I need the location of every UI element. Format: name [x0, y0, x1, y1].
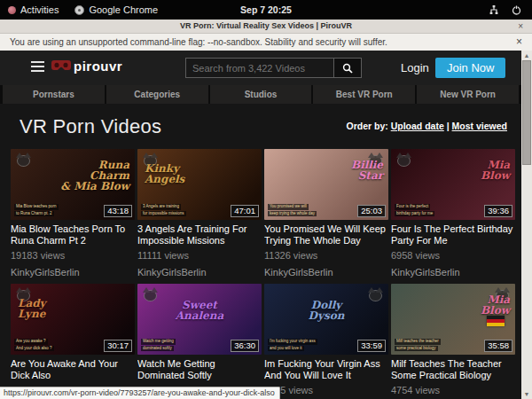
duration-badge: 30:17: [104, 340, 132, 352]
chrome-app-label: Google Chrome: [89, 4, 158, 15]
tab-title[interactable]: VR Porn: Virtual Reality Sex Videos | Pi…: [0, 20, 532, 33]
activities-dot-icon: [8, 6, 16, 14]
video-thumbnail[interactable]: DollyDyson I'm fucking your virgin assan…: [264, 284, 388, 355]
video-title-link[interactable]: Four Is The Perfect Birthday Party For M…: [391, 223, 515, 246]
duration-badge: 33:59: [357, 340, 386, 352]
scrollbar-up-arrow[interactable]: ▲: [521, 51, 532, 60]
nav-item[interactable]: Categories: [106, 85, 208, 104]
thumbnail-overlay-text: DollyDyson: [264, 300, 388, 321]
duration-badge: 43:18: [104, 205, 132, 217]
video-title-link[interactable]: Milf Teaches The Teacher Some Practical …: [391, 358, 515, 381]
video-title-link[interactable]: You Promised We Will Keep Trying The Who…: [264, 223, 388, 246]
video-thumbnail[interactable]: BillieStar You promised we willkeep tryi…: [264, 149, 388, 220]
video-thumbnail[interactable]: KinkyAngels 3 Angels are trainingfor imp…: [137, 149, 262, 220]
system-top-bar: Activities Google Chrome Sep 7 20:25: [0, 0, 532, 20]
video-views: 4795 views: [264, 385, 388, 395]
power-icon[interactable]: [512, 5, 521, 15]
menu-hamburger-icon[interactable]: [31, 61, 44, 74]
thumbnail-caption: I'm fucking your virgin assand you will …: [268, 338, 317, 351]
video-card[interactable]: BillieStar You promised we willkeep tryi…: [264, 149, 388, 278]
video-card[interactable]: MiaBlow Milf teaches the teachersome pra…: [391, 284, 515, 395]
thumbnail-caption: Are you awake ?And your dick also ?: [14, 338, 54, 351]
status-bar-url: https://pirouvr.com/vr-porn-video/779325…: [0, 387, 280, 399]
clock[interactable]: Sep 7 20:25: [240, 0, 292, 20]
page-title: VR Porn Videos: [20, 115, 161, 138]
video-card[interactable]: KinkyAngels 3 Angels are trainingfor imp…: [137, 149, 262, 278]
thumbnail-caption: Watch me gettingdominated softly: [141, 338, 176, 351]
thumbnail-caption: Milf teaches the teachersome practical b…: [395, 338, 441, 351]
video-views: 19183 views: [11, 250, 135, 261]
video-title-link[interactable]: Mia Blow Teaches Porn To Runa Charm Pt 2: [11, 223, 135, 246]
video-views: 6958 views: [391, 250, 515, 261]
studio-link[interactable]: KinkyGirlsBerlin: [137, 267, 262, 278]
studio-link[interactable]: KinkyGirlsBerlin: [264, 267, 388, 278]
studio-watermark-icon: [395, 153, 412, 168]
german-flag-icon: [487, 316, 505, 326]
infobar-close-icon[interactable]: ×: [516, 34, 522, 51]
video-views: 4754 views: [391, 385, 515, 395]
duration-badge: 36:30: [231, 340, 259, 352]
network-icon[interactable]: [489, 5, 499, 15]
scrollbar-thumb[interactable]: [522, 60, 531, 165]
nav-item[interactable]: New VR Porn: [417, 85, 519, 104]
site-logo[interactable]: pirouvr: [51, 59, 122, 74]
site-logo-text: pirouvr: [74, 59, 122, 74]
tab-close-icon[interactable]: ×: [518, 20, 523, 33]
thumbnail-caption: Mia Blow teaches pornto Runa Charm pt. 2: [14, 203, 59, 216]
site-header: pirouvr Login Join Now: [0, 51, 521, 85]
video-thumbnail[interactable]: RunaCharm& Mia Blow Mia Blow teaches por…: [11, 149, 135, 220]
duration-badge: 35:58: [484, 340, 512, 352]
thumbnail-caption: You promised we willkeep trying the whol…: [268, 203, 317, 216]
activities-label: Activities: [20, 4, 59, 15]
studio-link[interactable]: KinkyGirlsBerlin: [391, 267, 515, 278]
video-card[interactable]: DollyDyson I'm fucking your virgin assan…: [264, 284, 388, 395]
video-views: 11111 views: [137, 250, 262, 261]
page-scrollbar[interactable]: ▲ ▼: [521, 51, 532, 399]
video-title-link[interactable]: Are You Awake And Your Dick Also: [11, 358, 135, 381]
order-by-controls: Order by: Upload date | Most viewed: [347, 115, 508, 131]
nav-item[interactable]: Best VR Porn: [313, 85, 415, 104]
video-thumbnail[interactable]: MiaBlow Milf teaches the teachersome pra…: [391, 284, 515, 355]
video-title-link[interactable]: 3 Angels Are Training For Impossible Mis…: [137, 223, 262, 246]
search-button[interactable]: [334, 58, 362, 78]
nav-item[interactable]: Pornstars: [3, 85, 105, 104]
video-thumbnail[interactable]: SweetAnalena Watch me gettingdominated s…: [137, 284, 262, 355]
duration-badge: 47:01: [231, 205, 259, 217]
studio-link[interactable]: KinkyGirlsBerlin: [11, 267, 135, 278]
thumbnail-overlay-text: BillieStar: [351, 160, 383, 181]
video-title-link[interactable]: Im Fucking Your Virgin Ass And You Will …: [264, 358, 388, 381]
order-upload-date-link[interactable]: Upload date: [391, 121, 444, 131]
thumbnail-overlay-text: RunaCharm& Mia Blow: [60, 160, 129, 192]
main-nav: PornstarsCategoriesStudiosBest VR PornNe…: [0, 85, 521, 104]
thumbnail-overlay-text: MiaBlow: [481, 294, 510, 316]
thumbnail-overlay-text: LadyLyne: [18, 298, 46, 319]
video-card[interactable]: MiaBlow Four is the perfectbirthday part…: [391, 149, 515, 278]
order-most-viewed-link[interactable]: Most viewed: [452, 121, 507, 131]
page-viewport: pirouvr Login Join Now PornstarsCategori…: [0, 51, 532, 399]
studio-watermark-icon: [15, 153, 32, 168]
video-title-link[interactable]: Watch Me Getting Dominated Softly: [137, 358, 262, 381]
activities-button[interactable]: Activities: [0, 0, 66, 20]
video-thumbnail[interactable]: LadyLyne Are you awake ?And your dick al…: [11, 284, 135, 355]
search-input[interactable]: [185, 58, 334, 78]
thumbnail-overlay-text: KinkyAngels: [145, 163, 184, 184]
thumbnail-overlay-text: SweetAnalena: [137, 300, 262, 321]
infobar-message: You are using an unsupported command-lin…: [10, 37, 387, 47]
login-link[interactable]: Login: [401, 51, 429, 85]
duration-badge: 39:36: [484, 205, 512, 217]
thumbnail-caption: Four is the perfectbirthday party for me: [395, 203, 434, 216]
chrome-icon: [74, 5, 84, 15]
video-card[interactable]: LadyLyne Are you awake ?And your dick al…: [11, 284, 135, 395]
duration-badge: 25:03: [357, 205, 386, 217]
video-thumbnail[interactable]: MiaBlow Four is the perfectbirthday part…: [391, 149, 515, 220]
chrome-app-menu[interactable]: Google Chrome: [66, 0, 166, 20]
join-now-button[interactable]: Join Now: [435, 58, 505, 78]
scrollbar-down-arrow[interactable]: ▼: [521, 389, 532, 399]
video-views: 11326 views: [264, 250, 388, 261]
nav-item[interactable]: Studios: [210, 85, 312, 104]
order-by-label: Order by:: [347, 121, 388, 131]
video-card[interactable]: SweetAnalena Watch me gettingdominated s…: [137, 284, 262, 395]
vr-headset-icon: [51, 60, 71, 72]
video-card[interactable]: RunaCharm& Mia Blow Mia Blow teaches por…: [11, 149, 135, 278]
browser-tab-bar: VR Porn: Virtual Reality Sex Videos | Pi…: [0, 20, 532, 34]
